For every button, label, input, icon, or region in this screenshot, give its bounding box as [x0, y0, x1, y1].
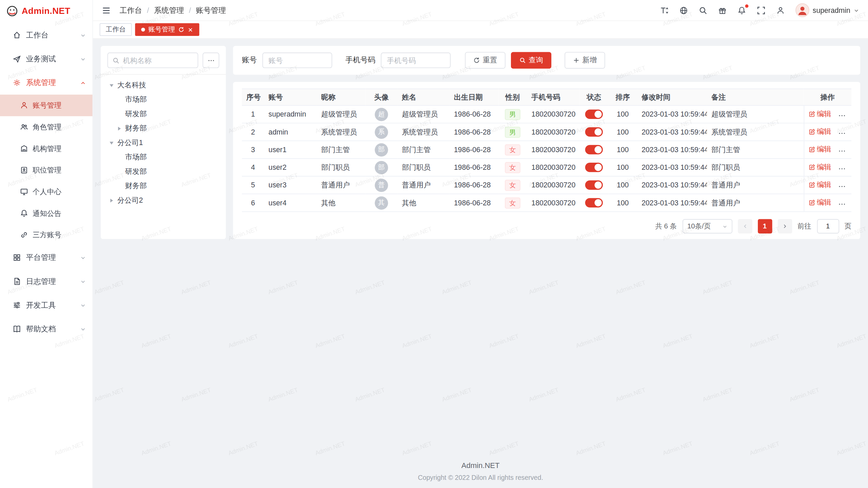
tree-node[interactable]: 研发部	[107, 164, 219, 179]
cell-order: 100	[608, 105, 637, 123]
row-avatar: 普	[375, 179, 388, 192]
status-toggle[interactable]	[585, 198, 603, 208]
sidebar-item-position-management[interactable]: 职位管理	[0, 159, 93, 181]
col-remark: 备注	[707, 89, 804, 105]
edit-button[interactable]: 编辑	[808, 180, 831, 190]
row-more-button[interactable]	[838, 111, 846, 119]
cell-order: 100	[608, 176, 637, 194]
cell-nickname: 超级管理员	[317, 105, 366, 123]
current-page[interactable]: 1	[757, 219, 772, 233]
sidebar-item-platform-management[interactable]: 平台管理	[0, 246, 93, 269]
sidebar-item-help-docs[interactable]: 帮助文档	[0, 317, 93, 341]
sidebar-item-workbench[interactable]: 工作台	[0, 23, 93, 47]
goto-label: 前往	[797, 222, 811, 231]
tree-node-label: 研发部	[125, 166, 147, 176]
tree-node[interactable]: 分公司1	[107, 136, 219, 150]
font-size-icon[interactable]	[660, 6, 669, 15]
caret-right-icon[interactable]	[115, 124, 123, 132]
sidebar-item-system-management[interactable]: 系统管理	[0, 71, 93, 95]
logo[interactable]: Admin.NET	[0, 0, 93, 22]
language-globe-icon[interactable]	[679, 6, 688, 15]
row-more-button[interactable]	[838, 129, 846, 137]
org-search-field[interactable]	[107, 53, 198, 68]
table-row: 4 user2 部门职员 部 部门职员 1986-06-28 女 1802003…	[242, 159, 851, 176]
caret-down-icon[interactable]	[107, 81, 115, 89]
row-avatar: 部	[375, 161, 388, 174]
phone-input[interactable]	[381, 53, 451, 68]
cell-remark: 普通用户	[707, 176, 804, 194]
tree-node[interactable]: 财务部	[107, 179, 219, 193]
tree-node[interactable]: 财务部	[107, 121, 219, 136]
username: superadmin	[813, 6, 850, 14]
sidebar-item-personal-center[interactable]: 个人中心	[0, 181, 93, 203]
gender-badge: 女	[505, 144, 520, 155]
status-toggle[interactable]	[585, 109, 603, 119]
row-more-button[interactable]	[838, 165, 846, 172]
sidebar-item-dev-tools[interactable]: 开发工具	[0, 293, 93, 317]
row-more-button[interactable]	[838, 147, 846, 155]
tree-node[interactable]: 市场部	[107, 93, 219, 107]
row-more-button[interactable]	[838, 182, 846, 190]
reset-button[interactable]: 重置	[465, 52, 505, 68]
close-icon[interactable]	[188, 27, 193, 32]
tree-node[interactable]: 分公司2	[107, 193, 219, 207]
status-toggle[interactable]	[585, 145, 603, 155]
sidebar-item-account-management[interactable]: 账号管理	[0, 95, 93, 116]
edit-button[interactable]: 编辑	[808, 144, 831, 154]
chevron-down-icon	[854, 7, 859, 13]
status-toggle[interactable]	[585, 180, 603, 190]
edit-button[interactable]: 编辑	[808, 198, 831, 207]
search-button[interactable]: 查询	[511, 52, 551, 68]
status-toggle[interactable]	[585, 127, 603, 137]
sidebar-item-label: 三方账号	[33, 230, 61, 240]
table-row: 2 admin 系统管理员 系 系统管理员 1986-06-28 男 18020…	[242, 123, 851, 141]
add-button[interactable]: 新增	[565, 52, 605, 68]
edit-button[interactable]: 编辑	[808, 127, 831, 137]
sidebar-item-business-test[interactable]: 业务测试	[0, 47, 93, 71]
theme-gift-icon[interactable]	[718, 6, 727, 15]
page-size-select[interactable]: 10条/页	[682, 219, 732, 233]
org-search-input[interactable]	[123, 56, 193, 64]
next-page-button[interactable]	[777, 219, 792, 233]
lock-screen-icon[interactable]	[776, 6, 785, 15]
caret-right-icon[interactable]	[107, 197, 115, 204]
chevron-down-icon	[80, 56, 86, 62]
tree-node[interactable]: 研发部	[107, 107, 219, 121]
account-input[interactable]	[262, 53, 332, 68]
col-order: 排序	[608, 89, 637, 105]
sidebar-item-label: 职位管理	[33, 165, 61, 175]
cell-order: 100	[608, 141, 637, 159]
breadcrumb-item[interactable]: 工作台	[120, 5, 142, 15]
edit-button[interactable]: 编辑	[808, 162, 831, 172]
sidebar-item-third-party-account[interactable]: 三方账号	[0, 224, 93, 246]
sidebar-item-label: 日志管理	[26, 277, 56, 286]
hamburger-menu-icon[interactable]	[102, 6, 111, 15]
cell-modified: 2023-01-03 10:59:44	[637, 159, 707, 176]
goto-page-input[interactable]	[817, 219, 839, 233]
sidebar-item-org-management[interactable]: 机构管理	[0, 138, 93, 160]
user-menu[interactable]: superadmin	[795, 3, 859, 17]
notification-bell-icon[interactable]	[737, 6, 746, 15]
edit-button[interactable]: 编辑	[808, 109, 831, 119]
search-icon[interactable]	[699, 6, 708, 15]
tab-workbench[interactable]: 工作台	[100, 23, 132, 36]
fullscreen-icon[interactable]	[757, 6, 766, 15]
refresh-icon[interactable]	[178, 26, 184, 33]
prev-page-button[interactable]	[738, 219, 752, 233]
cell-nickname: 系统管理员	[317, 123, 366, 141]
gear-icon	[13, 79, 21, 87]
breadcrumb-item[interactable]: 系统管理	[154, 5, 184, 15]
tab-account-management[interactable]: 账号管理	[135, 23, 199, 36]
sidebar-item-notice-announcement[interactable]: 通知公告	[0, 203, 93, 224]
org-more-button[interactable]	[203, 53, 219, 68]
sidebar-item-log-management[interactable]: 日志管理	[0, 269, 93, 293]
caret-down-icon[interactable]	[107, 139, 115, 147]
table-row: 6 user4 其他 其 其他 1986-06-28 女 18020030720…	[242, 194, 851, 211]
tree-node[interactable]: 大名科技	[107, 78, 219, 92]
cell-birth: 1986-06-28	[450, 176, 498, 194]
tree-node[interactable]: 市场部	[107, 150, 219, 164]
status-toggle[interactable]	[585, 163, 603, 172]
sidebar-item-role-management[interactable]: 角色管理	[0, 116, 93, 138]
cell-modified: 2023-01-03 10:59:44	[637, 141, 707, 159]
row-more-button[interactable]	[838, 200, 846, 208]
